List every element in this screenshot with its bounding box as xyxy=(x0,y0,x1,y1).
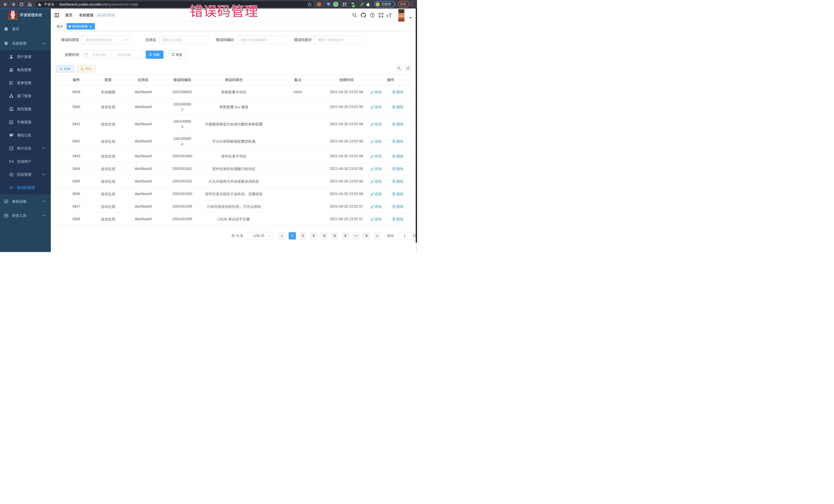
svg-text:on: on xyxy=(352,5,355,7)
